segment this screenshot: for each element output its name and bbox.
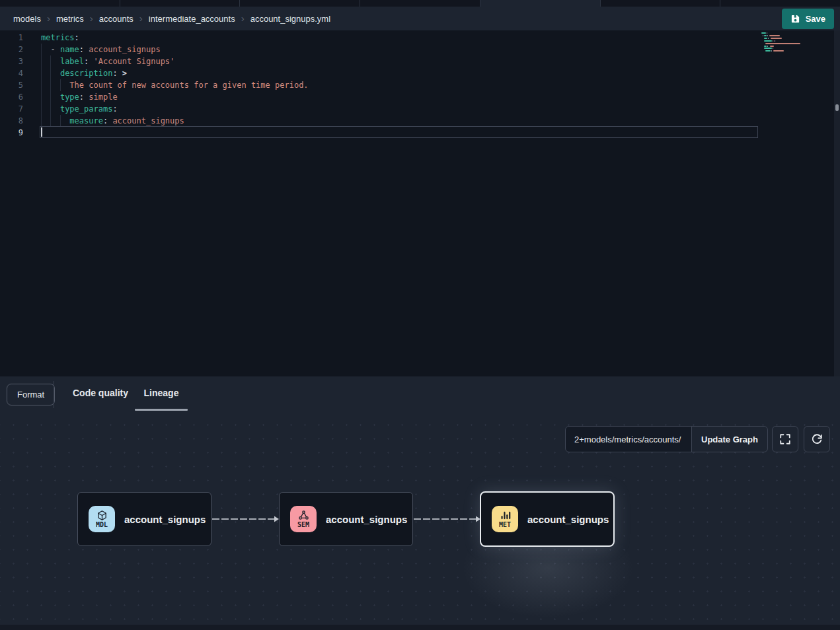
minimap-line	[773, 50, 784, 52]
chevron-right-icon: ›	[139, 13, 143, 23]
save-button-label: Save	[806, 14, 825, 24]
breadcrumb-item-models[interactable]: models	[13, 14, 41, 24]
breadcrumb-item-intermediate-accounts[interactable]: intermediate_accounts	[149, 14, 235, 24]
editor-tab[interactable]	[720, 0, 840, 7]
lineage-selector-input[interactable]	[565, 426, 692, 452]
tab-lineage[interactable]: Lineage	[135, 376, 188, 409]
line-number: 6	[0, 91, 29, 103]
node-label: account_signups	[326, 514, 407, 525]
chevron-right-icon: ›	[47, 13, 50, 23]
bottom-panel: Format Code quality Lineage Update Graph	[0, 376, 840, 630]
minimap-line	[764, 46, 767, 47]
ide-window: models›metrics›accounts›intermediate_acc…	[0, 0, 840, 630]
line-number: 5	[0, 79, 29, 91]
panel-divider	[54, 381, 54, 408]
node-badge-met: MET	[492, 506, 518, 532]
minimap-line	[773, 40, 773, 42]
minimap-line	[764, 48, 772, 49]
chevron-right-icon: ›	[241, 13, 245, 23]
line-number: 2	[0, 44, 29, 55]
lineage-node-sem[interactable]: SEMaccount_signups	[279, 492, 413, 546]
code-line-6[interactable]: type: simple	[41, 91, 761, 103]
editor-tab-strip	[0, 0, 840, 7]
code-line-4[interactable]: description: >	[41, 67, 761, 79]
editor-tab[interactable]	[120, 0, 241, 7]
code-line-8[interactable]: measure: account_signups	[41, 115, 761, 127]
minimap-line	[763, 35, 763, 36]
breadcrumb: models›metrics›accounts›intermediate_acc…	[13, 14, 330, 24]
code-line-3[interactable]: label: 'Account Signups'	[41, 55, 761, 67]
minimap-line	[764, 40, 772, 42]
editor-tab[interactable]	[240, 0, 360, 7]
minimap-line	[764, 35, 767, 36]
breadcrumb-item-accounts[interactable]: accounts	[99, 14, 134, 24]
node-label: account_signups	[527, 514, 609, 525]
editor-gutter: 123456789	[0, 32, 29, 139]
minimap-line	[765, 43, 800, 44]
scrollbar-thumb[interactable]	[835, 104, 839, 111]
minimap[interactable]	[761, 32, 800, 61]
line-number: 8	[0, 115, 29, 127]
minimap-line	[765, 50, 770, 52]
line-number: 1	[0, 32, 29, 44]
code-line-9[interactable]	[41, 127, 761, 139]
line-number: 4	[0, 67, 29, 79]
minimap-line	[767, 46, 768, 47]
refresh-icon	[811, 433, 823, 445]
breadcrumb-item-account-signups-yml[interactable]: account_signups.yml	[250, 14, 330, 24]
minimap-line	[771, 38, 783, 39]
save-button[interactable]: Save	[782, 9, 834, 29]
breadcrumb-bar: models›metrics›accounts›intermediate_acc…	[0, 7, 840, 30]
lineage-controls: Update Graph	[565, 426, 768, 452]
code-line-2[interactable]: - name: account_signups	[41, 44, 761, 55]
minimap-line	[768, 38, 769, 39]
editor-tab[interactable]	[601, 0, 721, 7]
semantic-graph-icon	[298, 510, 309, 521]
code-line-7[interactable]: type_params:	[41, 103, 761, 115]
code-line-1[interactable]: metrics:	[41, 32, 761, 44]
code-line-5[interactable]: The count of new accounts for a given ti…	[41, 79, 761, 91]
node-badge-label: MDL	[96, 522, 108, 528]
breadcrumb-item-metrics[interactable]: metrics	[56, 14, 84, 24]
format-button[interactable]: Format	[7, 384, 55, 405]
node-badge-mdl: MDL	[89, 506, 115, 532]
lineage-node-mdl[interactable]: MDLaccount_signups	[77, 492, 211, 546]
refresh-button[interactable]	[804, 426, 830, 452]
minimap-line	[764, 38, 767, 39]
editor-tab[interactable]	[480, 0, 601, 7]
minimap-line	[769, 35, 780, 36]
code-editor[interactable]: 123456789 metrics: - name: account_signu…	[0, 30, 840, 376]
node-badge-sem: SEM	[290, 506, 317, 532]
minimap-line	[761, 32, 766, 34]
minimap-line	[767, 32, 767, 34]
editor-tab[interactable]	[360, 0, 480, 7]
node-badge-label: SEM	[297, 522, 309, 528]
minimap-line	[767, 35, 768, 36]
line-number: 7	[0, 103, 29, 115]
update-graph-button[interactable]: Update Graph	[691, 426, 768, 452]
metric-chart-icon	[500, 510, 511, 521]
floppy-disk-icon	[790, 14, 800, 24]
code-lines: metrics: - name: account_signups label: …	[41, 32, 761, 139]
cube-icon	[96, 510, 108, 521]
active-tab-underline	[135, 409, 188, 411]
minimap-line	[771, 50, 772, 52]
minimap-line	[770, 46, 774, 47]
minimap-line	[773, 48, 773, 49]
node-badge-label: MET	[499, 522, 511, 528]
fullscreen-button[interactable]	[772, 426, 798, 452]
line-number: 3	[0, 55, 29, 67]
panel-bottom-edge	[0, 625, 840, 630]
lineage-node-met[interactable]: METaccount_signups	[480, 491, 615, 547]
editor-scrollbar[interactable]	[834, 30, 840, 376]
minimap-line	[775, 40, 775, 42]
line-number: 9	[0, 127, 29, 139]
tab-code-quality[interactable]: Code quality	[69, 376, 132, 409]
node-label: account_signups	[124, 514, 206, 525]
chevron-right-icon: ›	[90, 13, 93, 23]
editor-tab[interactable]	[0, 0, 120, 7]
fullscreen-icon	[779, 433, 791, 445]
